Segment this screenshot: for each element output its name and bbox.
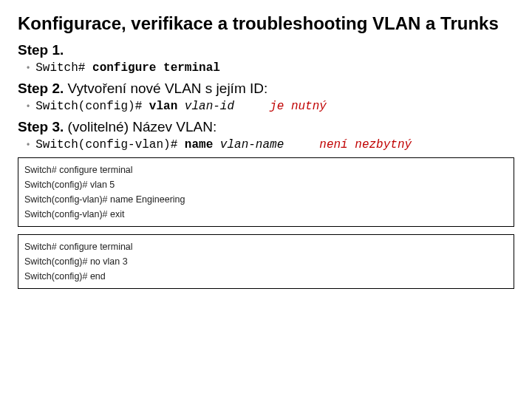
example-1-line-3: Switch(config-vlan)# name Engineering xyxy=(24,192,508,207)
step-2-label: Step 2. xyxy=(18,81,64,96)
example-box-2: Switch# configure terminal Switch(config… xyxy=(18,234,514,289)
step-1-label: Step 1. xyxy=(18,42,64,58)
bullet-icon: • xyxy=(27,138,30,151)
step-3-heading: Step 3. (volitelné) Název VLAN: xyxy=(18,119,514,135)
cmd2-prompt: Switch(config)# xyxy=(35,100,142,113)
step-3-label: Step 3. xyxy=(18,119,64,134)
cmd3-arg: vlan-name xyxy=(220,138,284,151)
example-1-line-4: Switch(config-vlan)# exit xyxy=(24,207,508,222)
cmd1-prompt: Switch# xyxy=(35,61,85,75)
step-3-command-row: • Switch(config-vlan)# name vlan-name ne… xyxy=(27,138,514,151)
step-1-command: Switch# configure terminal xyxy=(35,61,220,75)
slide-title: Konfigurace, verifikace a troubleshootin… xyxy=(18,13,514,35)
step-3-command: Switch(config-vlan)# name vlan-name xyxy=(35,138,284,151)
step-2-command: Switch(config)# vlan vlan-id xyxy=(35,100,234,113)
bullet-icon: • xyxy=(27,61,30,75)
cmd2-arg: vlan-id xyxy=(185,100,234,113)
example-1-line-1: Switch# configure terminal xyxy=(24,163,508,177)
example-box-1: Switch# configure terminal Switch(config… xyxy=(18,157,514,227)
bullet-icon: • xyxy=(27,100,30,113)
cmd2-cmd: vlan xyxy=(149,100,177,113)
example-2-line-3: Switch(config)# end xyxy=(24,269,508,284)
example-1-line-2: Switch(config)# vlan 5 xyxy=(24,177,508,192)
cmd1-cmd: configure terminal xyxy=(92,61,220,75)
step-2-note: je nutný xyxy=(270,100,327,113)
step-1-command-row: • Switch# configure terminal xyxy=(27,61,514,75)
step-3-note: není nezbytný xyxy=(319,138,412,151)
slide-content: Konfigurace, verifikace a troubleshootin… xyxy=(0,0,532,151)
example-2-line-2: Switch(config)# no vlan 3 xyxy=(24,254,508,269)
step-2-command-row: • Switch(config)# vlan vlan-id je nutný xyxy=(27,100,514,113)
cmd3-prompt: Switch(config-vlan)# xyxy=(35,138,177,151)
step-3-rest: (volitelné) Název VLAN: xyxy=(64,119,216,134)
step-2-rest: Vytvoření nové VLAN s jejím ID: xyxy=(64,81,267,96)
step-1-heading: Step 1. xyxy=(18,42,514,58)
example-2-line-1: Switch# configure terminal xyxy=(24,239,508,254)
step-2-heading: Step 2. Vytvoření nové VLAN s jejím ID: xyxy=(18,81,514,97)
cmd3-cmd: name xyxy=(185,138,213,151)
